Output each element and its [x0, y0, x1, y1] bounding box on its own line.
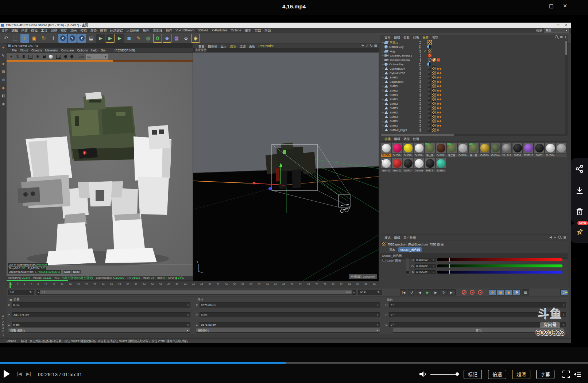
menu-item-显示[interactable]: 显示	[221, 44, 227, 48]
dot-tag-icon[interactable]	[437, 125, 439, 127]
target-tag-icon[interactable]: +	[428, 58, 432, 62]
mat-tag-icon[interactable]	[428, 115, 431, 119]
c4d-close-button[interactable]: ✕	[562, 23, 570, 28]
volume-icon[interactable]	[419, 371, 428, 378]
octane-tag-icon[interactable]	[428, 54, 432, 57]
size-z-field[interactable]: 8576.68 cm⇅	[200, 322, 380, 327]
menu-item-Objects[interactable]: Objects	[31, 49, 42, 52]
dot-tag-icon[interactable]	[440, 120, 441, 122]
restart-render-icon[interactable]: ↻	[16, 55, 19, 59]
menu-item-过滤[interactable]: 过滤	[240, 44, 246, 48]
viewport-pan-icon[interactable]: ✛	[361, 43, 364, 48]
viewport-rotate-icon[interactable]: ↻	[370, 43, 373, 48]
slash-tag-icon[interactable]	[432, 58, 436, 62]
dot-tag-icon[interactable]	[437, 112, 439, 113]
channel-dropdown[interactable]: DL▾	[86, 54, 108, 59]
object-row-OctaneSky[interactable]: OctaneSky	[380, 45, 568, 49]
checker-sel-tag-icon[interactable]	[428, 40, 432, 45]
menu-item-帮助[interactable]: 帮助	[264, 28, 271, 33]
timeline-ruler[interactable]: 0246810121416182022242628303234363840424…	[7, 282, 379, 289]
size-mode-dropdown[interactable]: 绝对尺寸▾	[196, 328, 380, 333]
object-row-Cylinder206[interactable]: Cylinder206	[380, 71, 568, 75]
menu-item-窗口[interactable]: 窗口	[255, 28, 261, 33]
material-OctDiffu[interactable]: OctDiffu	[392, 143, 402, 157]
object-row-Capsule04[interactable]: Capsule04	[380, 80, 568, 84]
menu-item-插件[interactable]: 插件	[166, 28, 172, 33]
dot-tag-icon[interactable]	[440, 103, 441, 105]
volume-slider-handle[interactable]	[456, 372, 459, 376]
lock-y-axis-icon[interactable]: Y	[68, 34, 77, 43]
dot-tag-icon[interactable]	[440, 81, 441, 83]
last-used-tool-icon[interactable]: ✛	[49, 34, 58, 43]
render-view-icon[interactable]: ▶	[96, 34, 105, 43]
record-position-button[interactable]	[462, 290, 467, 295]
menu-item-Cloud[interactable]: Cloud	[20, 49, 28, 52]
enable-snap-icon[interactable]: ◧	[1, 93, 6, 98]
object-row-SMR3[interactable]: SMR3	[380, 110, 568, 115]
material-OctDiffu[interactable]: OctDiffu	[414, 143, 424, 157]
object-row-SMR3[interactable]: SMR3	[380, 93, 568, 97]
checker-tag-icon[interactable]	[428, 49, 432, 53]
visibility-dots[interactable]	[419, 45, 421, 49]
layout-dropdown[interactable]: 界面▾	[544, 28, 569, 33]
speed-button[interactable]: 倍速	[488, 370, 506, 379]
menu-item-文件[interactable]: 文件	[1, 28, 8, 33]
visibility-dots[interactable]	[419, 111, 421, 114]
checker-tag-icon[interactable]	[432, 110, 436, 115]
object-row-SMR3[interactable]: SMR3	[380, 97, 568, 101]
keyframe-rotation-button[interactable]: ◆	[505, 289, 512, 295]
dot-tag-icon[interactable]	[440, 112, 441, 113]
mode-points-icon[interactable]: ▤	[1, 69, 6, 74]
visibility-dots[interactable]	[419, 128, 421, 132]
checker-tag-icon[interactable]	[432, 101, 436, 106]
mat-tag-icon[interactable]	[428, 124, 431, 127]
dot-tag-icon[interactable]	[437, 116, 439, 118]
loop-button[interactable]: ↻	[440, 289, 448, 295]
keyframe-parameter-button[interactable]: P	[513, 289, 521, 295]
up-arrow-icon[interactable]: ▲	[554, 236, 557, 239]
menu-item-编辑[interactable]: 编辑	[394, 235, 400, 240]
menu-item-标签[interactable]: 标签	[422, 35, 429, 39]
dot-tag-icon[interactable]	[437, 98, 439, 100]
settings-gear-icon[interactable]: ✱	[36, 55, 39, 59]
sky-tag-icon[interactable]	[427, 62, 431, 66]
play-reverse-button[interactable]: ↺	[408, 289, 415, 295]
dot-tag-icon[interactable]	[437, 129, 439, 131]
render-picture-viewer-icon[interactable]: ▶	[106, 34, 115, 43]
record-scale-button[interactable]	[470, 290, 475, 295]
menu-item-文件[interactable]: 文件	[384, 35, 391, 39]
menu-item-网格[interactable]: 网格	[51, 28, 57, 33]
menu-item-ProRender[interactable]: ProRender	[259, 44, 274, 48]
menu-item-3DtoAll[interactable]: 3DtoAll	[198, 28, 208, 32]
dot-tag-icon[interactable]	[440, 68, 441, 70]
viewport-solo-icon[interactable]: ◉	[1, 101, 6, 106]
mat-tag-icon[interactable]	[428, 80, 431, 84]
viewport-zoom-icon[interactable]: ⤢	[366, 43, 368, 48]
material-20 - Def[interactable]: 20 - Def	[501, 143, 512, 157]
material-neon 01[interactable]: neon 01	[381, 158, 391, 172]
scale-tool-icon[interactable]: ▣	[30, 34, 39, 43]
visibility-dots[interactable]	[419, 102, 421, 105]
checker-tag-icon[interactable]	[432, 88, 436, 93]
c4d-minimize-button[interactable]: ─	[546, 23, 554, 28]
object-row-平面[interactable]: 平面✓	[380, 49, 568, 53]
dot-tag-icon[interactable]	[440, 72, 441, 74]
coordinate-system-icon[interactable]: ⬓	[87, 34, 96, 43]
position-x-field[interactable]: 0 cm⇅	[12, 302, 190, 307]
dot-tag-icon[interactable]	[440, 125, 441, 127]
visibility-dots[interactable]	[419, 98, 421, 101]
focus-picker-icon[interactable]	[63, 54, 67, 58]
rotate-tool-icon[interactable]: ↻	[39, 34, 48, 43]
frame-start-field[interactable]: 0 F⇅	[8, 290, 34, 295]
select-tool-icon[interactable]: ⬚	[11, 34, 20, 43]
object-manager-scrollbar[interactable]	[565, 40, 568, 134]
menu-item-查看[interactable]: 查看	[403, 35, 410, 39]
mat-tag-icon[interactable]	[428, 119, 431, 123]
viewport-scene[interactable]: Y 网格间距: 10000 cm	[193, 53, 379, 281]
checker-tag-icon[interactable]	[432, 119, 436, 123]
material-Chrome[interactable]: Chrome	[414, 158, 424, 172]
mat-tag-icon[interactable]	[428, 128, 431, 132]
menu-item-X-Particles[interactable]: X-Particles	[212, 28, 228, 32]
menu-item-选项[interactable]: 选项	[230, 44, 236, 48]
dot-tag-icon[interactable]	[437, 120, 439, 122]
